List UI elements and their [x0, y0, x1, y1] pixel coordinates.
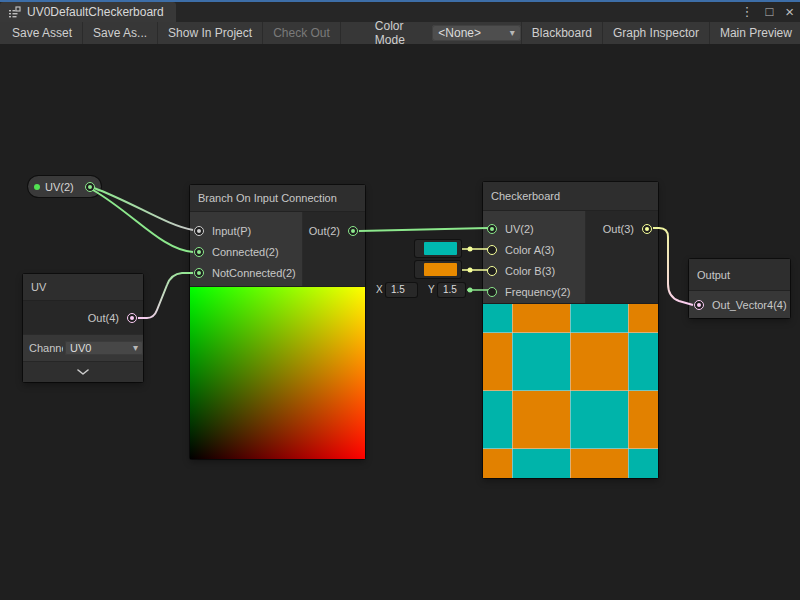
color-a-swatch[interactable]: [424, 242, 457, 255]
port-row: Out(4): [23, 301, 143, 334]
port-checker-frequency[interactable]: [487, 287, 497, 297]
port-row: NotConnected(2): [190, 262, 302, 283]
shader-graph-window: UV0DefaultCheckerboard ⋮ □ × Save Asset …: [0, 0, 800, 600]
frequency-x-label: X: [376, 284, 383, 295]
close-icon[interactable]: ×: [785, 2, 794, 22]
preview-collapse-bar[interactable]: [23, 361, 143, 382]
port-label: Out(4): [88, 312, 119, 324]
port-row: Connected(2): [190, 241, 302, 262]
port-label: Frequency(2): [505, 286, 570, 298]
edge-uvout4-to-branch-notconnected[interactable]: [138, 273, 193, 318]
node-uv[interactable]: UV Out(4) Channel UV0 ▾: [23, 274, 143, 382]
port-row: UV(2): [483, 218, 585, 239]
property-exposed-dot-icon: [34, 184, 40, 190]
port-label: NotConnected(2): [212, 267, 296, 279]
color-mode-group: Color Mode <None> ▾: [367, 22, 521, 44]
main-preview-toggle-button[interactable]: Main Preview: [709, 22, 800, 44]
node-checkerboard[interactable]: Checkerboard UV(2) Color A(3) Color B(3): [483, 182, 658, 478]
chevron-down-icon: ▾: [133, 343, 138, 353]
port-output-vector4[interactable]: [694, 300, 704, 310]
port-branch-input-p[interactable]: [194, 226, 204, 236]
port-label: Input(P): [212, 225, 251, 237]
port-branch-connected[interactable]: [194, 247, 204, 257]
branch-node-uv-preview: [190, 286, 365, 459]
channel-label: Channel: [29, 342, 63, 354]
port-row: Out_Vector4(4): [689, 291, 790, 318]
color-mode-label: Color Mode: [367, 19, 432, 47]
port-row: Frequency(2): [483, 281, 585, 302]
node-uv2-property[interactable]: UV(2): [28, 176, 101, 197]
save-as-button[interactable]: Save As...: [83, 22, 158, 44]
blackboard-toggle-button[interactable]: Blackboard: [521, 22, 602, 44]
graph-canvas[interactable]: UV(2) Branch On Input Connection Input(P…: [0, 44, 800, 600]
port-uv2-property-out[interactable]: [85, 182, 95, 192]
node-title: Checkerboard: [483, 182, 658, 211]
port-label: Color B(3): [505, 265, 555, 277]
port-row: Color B(3): [483, 260, 585, 281]
node-output[interactable]: Output Out_Vector4(4): [689, 259, 790, 318]
channel-value: UV0: [70, 342, 91, 354]
show-in-project-button[interactable]: Show In Project: [158, 22, 263, 44]
checkerboard-node-preview: [483, 303, 658, 478]
port-branch-notconnected[interactable]: [194, 268, 204, 278]
color-a-picker[interactable]: [415, 240, 461, 257]
port-branch-out2[interactable]: [348, 226, 358, 236]
connector-dot-frequency: [468, 288, 473, 293]
port-label: Connected(2): [212, 246, 279, 258]
color-mode-dropdown[interactable]: <None> ▾: [432, 25, 521, 41]
graph-inspector-toggle-button[interactable]: Graph Inspector: [602, 22, 709, 44]
edge-uv2property-to-branch-connected[interactable]: [93, 190, 193, 252]
color-b-picker[interactable]: [415, 261, 461, 278]
shader-graph-asset-icon: [8, 6, 21, 19]
window-controls: ⋮ □ ×: [740, 2, 794, 22]
port-checker-color-b[interactable]: [487, 266, 497, 276]
port-row: Color A(3): [483, 239, 585, 260]
chevron-down-icon: [77, 369, 89, 375]
maximize-icon[interactable]: □: [765, 2, 773, 22]
node-branch-on-input-connection[interactable]: Branch On Input Connection Input(P) Conn…: [190, 185, 365, 459]
toolbar-right-group: Blackboard Graph Inspector Main Preview: [521, 22, 800, 44]
port-row: Input(P): [190, 220, 302, 241]
port-label: Out(3): [603, 223, 634, 235]
frequency-y-field[interactable]: 1.5: [438, 283, 465, 297]
channel-row: Channel UV0 ▾: [23, 334, 143, 361]
tab-title: UV0DefaultCheckerboard: [27, 5, 164, 19]
color-b-swatch[interactable]: [424, 263, 457, 276]
channel-dropdown[interactable]: UV0 ▾: [65, 341, 143, 355]
save-asset-button[interactable]: Save Asset: [2, 22, 83, 44]
frequency-x-field[interactable]: 1.5: [386, 283, 417, 297]
port-label: UV(2): [505, 223, 534, 235]
color-mode-value: <None>: [438, 26, 481, 40]
check-out-button: Check Out: [263, 22, 341, 44]
port-row: Out(2): [303, 220, 365, 241]
port-label: Out_Vector4(4): [712, 299, 787, 311]
port-label: Out(2): [309, 225, 340, 237]
node-title: UV: [23, 274, 143, 301]
kebab-menu-icon[interactable]: ⋮: [740, 2, 753, 22]
port-uv-out4[interactable]: [127, 313, 137, 323]
edge-checker-out3-to-output-vector4[interactable]: [653, 228, 693, 305]
connector-dot-color-a: [468, 247, 473, 252]
port-checker-color-a[interactable]: [487, 245, 497, 255]
chevron-down-icon: ▾: [510, 28, 515, 38]
connector-dot-color-b: [468, 268, 473, 273]
frequency-y-label: Y: [428, 284, 435, 295]
node-title: Branch On Input Connection: [190, 185, 365, 212]
node-title: Output: [689, 259, 790, 291]
property-node-label: UV(2): [45, 181, 74, 193]
port-label: Color A(3): [505, 244, 555, 256]
port-row: Out(3): [586, 218, 658, 239]
edge-branch-out2-to-checker-uv2[interactable]: [359, 228, 488, 231]
port-checker-uv2[interactable]: [487, 224, 497, 234]
edge-uv2property-to-branch-input[interactable]: [94, 188, 193, 230]
port-checker-out3[interactable]: [642, 224, 652, 234]
toolbar: Save Asset Save As... Show In Project Ch…: [0, 22, 800, 45]
tab-shader-graph[interactable]: UV0DefaultCheckerboard: [0, 2, 176, 22]
